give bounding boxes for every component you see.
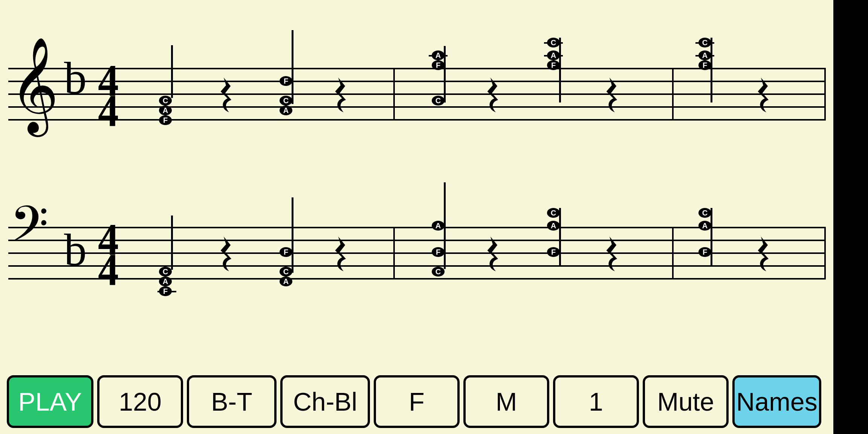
key-sig-flat: b bbox=[64, 228, 87, 273]
barline bbox=[672, 68, 674, 121]
barline bbox=[393, 227, 395, 280]
treble-clef-icon: 𝄞 bbox=[10, 44, 59, 127]
notehead-f: F bbox=[432, 60, 445, 70]
key-button[interactable]: F bbox=[374, 375, 460, 428]
notehead-a: A bbox=[432, 221, 445, 231]
ts-bot: 4 bbox=[98, 253, 119, 286]
notehead-c: C bbox=[159, 96, 172, 105]
bt-button[interactable]: B-T bbox=[187, 375, 277, 428]
stem bbox=[171, 215, 173, 270]
stem bbox=[292, 197, 293, 273]
quarter-rest-icon bbox=[334, 237, 350, 271]
notehead-a: A bbox=[159, 105, 172, 115]
quarter-rest-icon bbox=[756, 78, 773, 112]
notehead-f: F bbox=[547, 60, 560, 70]
time-signature: 4 4 bbox=[98, 227, 119, 285]
mute-button[interactable]: Mute bbox=[643, 375, 729, 428]
ts-bot: 4 bbox=[98, 94, 119, 127]
notehead-a: A bbox=[280, 277, 292, 286]
notehead-c: C bbox=[432, 267, 445, 277]
notehead-c: C bbox=[159, 267, 172, 277]
chbl-button[interactable]: Ch-Bl bbox=[280, 375, 370, 428]
mode-button[interactable]: M bbox=[463, 375, 549, 428]
tempo-button[interactable]: 120 bbox=[97, 375, 183, 428]
notehead-c: C bbox=[280, 96, 292, 105]
inv-button[interactable]: 1 bbox=[553, 375, 639, 428]
stem bbox=[292, 30, 293, 104]
notehead-a: A bbox=[159, 277, 172, 286]
stem bbox=[559, 38, 561, 102]
quarter-rest-icon bbox=[334, 78, 350, 112]
quarter-rest-icon bbox=[605, 78, 622, 112]
notehead-f: F bbox=[280, 76, 292, 86]
notehead-f: F bbox=[698, 247, 711, 257]
notehead-a: A bbox=[280, 105, 292, 115]
barline bbox=[672, 227, 674, 280]
notehead-c: C bbox=[698, 208, 711, 218]
stem bbox=[711, 208, 712, 266]
quarter-rest-icon bbox=[605, 237, 622, 271]
barline bbox=[824, 227, 826, 280]
stem bbox=[171, 45, 173, 98]
notehead-f: F bbox=[280, 247, 292, 257]
quarter-rest-icon bbox=[486, 78, 503, 112]
notehead-f: F bbox=[159, 286, 172, 296]
notehead-a: A bbox=[698, 221, 711, 231]
treble-staff: 𝄞 b 4 4 C A F F C A A F C C A F bbox=[8, 68, 826, 132]
time-signature: 4 4 bbox=[98, 68, 119, 126]
notehead-c: C bbox=[547, 38, 560, 47]
notehead-f: F bbox=[698, 60, 711, 70]
bass-clef-icon: 𝄢 bbox=[10, 200, 49, 261]
notehead-f: F bbox=[159, 115, 172, 125]
play-button[interactable]: PLAY bbox=[7, 375, 93, 428]
stem bbox=[711, 38, 712, 102]
notehead-c: C bbox=[280, 267, 292, 277]
notehead-f: F bbox=[547, 247, 560, 257]
quarter-rest-icon bbox=[219, 237, 236, 271]
notehead-a: A bbox=[698, 50, 711, 60]
barline bbox=[393, 68, 395, 121]
quarter-rest-icon bbox=[756, 237, 773, 271]
stem bbox=[559, 208, 561, 266]
notehead-a: A bbox=[432, 50, 445, 60]
notehead-c: C bbox=[547, 208, 560, 218]
names-button[interactable]: Names bbox=[732, 375, 821, 428]
barline bbox=[824, 68, 826, 121]
notehead-c: C bbox=[698, 38, 711, 47]
notehead-c: C bbox=[432, 96, 445, 105]
quarter-rest-icon bbox=[219, 78, 236, 112]
toolbar: PLAY 120 B-T Ch-Bl F M 1 Mute Names bbox=[7, 375, 821, 428]
notehead-a: A bbox=[547, 50, 560, 60]
bass-staff: 𝄢 b 4 4 C A F F C A A F C C A F bbox=[8, 227, 826, 291]
notehead-a: A bbox=[547, 221, 560, 231]
quarter-rest-icon bbox=[486, 237, 503, 271]
key-sig-flat: b bbox=[64, 56, 87, 101]
notehead-f: F bbox=[432, 247, 445, 257]
